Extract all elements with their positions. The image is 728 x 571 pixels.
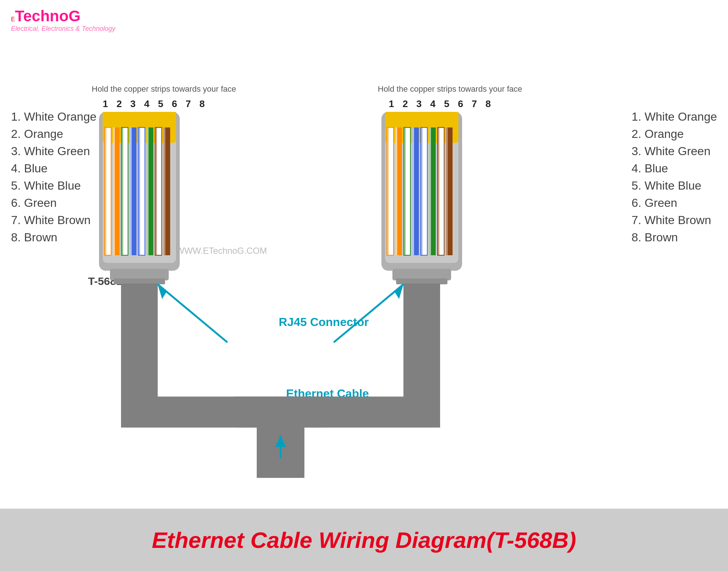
wire-4-stripe-left — [130, 128, 132, 255]
wire-5-stripe-left — [138, 128, 140, 255]
left-connector-top-cap2 — [103, 112, 176, 127]
arrow-head-right — [394, 284, 403, 299]
wire-8-stripe-left — [164, 128, 165, 255]
logo: ETechnoG — [11, 7, 115, 25]
right-cable-down — [403, 283, 440, 407]
arrow-line-left — [158, 284, 227, 342]
wire-6-stripe-right — [429, 128, 431, 255]
diagram-area: Hold the copper strips towards your face… — [0, 40, 728, 505]
right-connector-top-cap2 — [385, 112, 458, 127]
wire-2-stripe-right — [395, 128, 397, 255]
wire-3-stripe-left — [121, 128, 123, 255]
right-connector-clip2 — [396, 278, 447, 284]
header: ETechnoG Electrical, Electronics & Techn… — [11, 7, 115, 33]
wire-4-stripe-right — [412, 128, 414, 255]
footer-banner: Ethernet Cable Wiring Diagram(T-568B) — [0, 509, 728, 571]
wire-3-stripe-right — [404, 128, 406, 255]
wire-2-stripe-left — [113, 128, 115, 255]
right-cable-left — [235, 396, 440, 427]
logo-techno: TechnoG — [15, 7, 81, 25]
wire-1-stripe-left — [105, 128, 106, 255]
wire-7-stripe-right — [438, 128, 439, 255]
arrow-head-left — [158, 284, 167, 299]
footer-title: Ethernet Cable Wiring Diagram(T-568B) — [152, 527, 576, 553]
wire-1-stripe-right — [387, 128, 389, 255]
wire-5-stripe-right — [421, 128, 422, 255]
wire-6-stripe-left — [147, 128, 149, 255]
logo-subtitle: Electrical, Electronics & Technology — [11, 25, 115, 33]
wire-8-stripe-right — [446, 128, 448, 255]
left-cable-down — [121, 283, 158, 407]
left-connector-clip2 — [114, 278, 165, 284]
arrow-line-right — [334, 284, 403, 342]
wire-7-stripe-left — [155, 128, 157, 255]
logo-e-letter: E — [11, 16, 15, 22]
diagram-svg — [0, 40, 728, 505]
